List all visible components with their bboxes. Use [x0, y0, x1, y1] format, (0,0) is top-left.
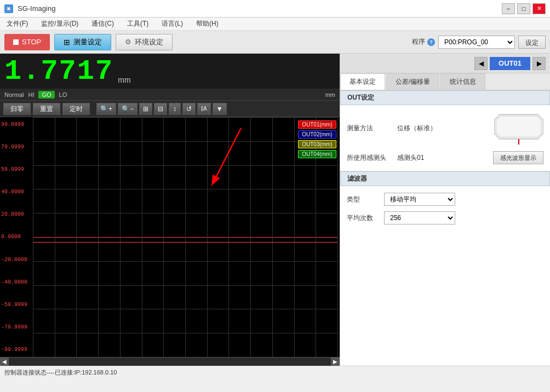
sensor-svg — [494, 112, 543, 145]
filter-type-label: 类型 — [347, 195, 380, 204]
filter-avg-label: 平均次数 — [347, 214, 380, 223]
gear-icon: ⚙ — [125, 38, 131, 46]
menu-lang[interactable]: 语言(L) — [159, 18, 185, 30]
tab-statistics[interactable]: 统计信息 — [440, 73, 485, 90]
v-grid-line — [120, 117, 121, 357]
hi-label: HI — [28, 91, 34, 98]
maximize-button[interactable]: □ — [517, 3, 530, 14]
program-select[interactable]: P00:PROG_00 — [438, 36, 515, 49]
menu-tools[interactable]: 工具(T) — [125, 18, 151, 30]
y-label-3: 59.9999 — [1, 166, 27, 172]
app-icon: ▣ — [4, 4, 13, 13]
stop-button[interactable]: STOP — [4, 34, 50, 50]
v-grid-line — [163, 117, 164, 357]
set-button[interactable]: 设定 — [518, 36, 546, 49]
right-panel: ◀ OUT01 ▶ 基本设定 公差/偏移量 统计信息 OUT设定 测量方法 位移… — [340, 54, 550, 366]
menu-monitor[interactable]: 监控/显示(D) — [39, 18, 81, 30]
menu-help[interactable]: 帮助(H) — [194, 18, 221, 30]
v-grid-line — [294, 117, 295, 357]
filter-avg-select[interactable]: 1 2 4 8 16 32 64 128 256 512 — [384, 211, 455, 224]
out-nav: ◀ OUT01 ▶ — [340, 54, 550, 73]
next-out-button[interactable]: ▶ — [532, 57, 546, 70]
value-display: 1.7717 mm — [0, 54, 340, 89]
status-text: 控制器连接状态----已连接:IP:192.168.0.10 — [4, 368, 117, 377]
tab-tolerance[interactable]: 公差/偏移量 — [386, 73, 439, 90]
env-settings-button[interactable]: ⚙ 环境设定 — [116, 34, 173, 50]
close-button[interactable]: ✕ — [532, 3, 546, 14]
program-area: 程序 ? P00:PROG_00 设定 — [412, 36, 546, 49]
v-grid-line — [250, 117, 251, 357]
y-label-4: 40.0000 — [1, 189, 27, 195]
out-label: OUT01 — [490, 57, 530, 70]
tab-basic-settings[interactable]: 基本设定 — [340, 73, 385, 90]
chart-legend: OUT01(mm) OUT02(mm) OUT03(mm) OUT04(mm) — [298, 120, 336, 158]
reset-zero-button[interactable]: 归零 — [3, 103, 31, 115]
legend-out01[interactable]: OUT01(mm) — [298, 120, 336, 129]
legend-out02[interactable]: OUT02(mm) — [298, 130, 336, 139]
v-grid-line — [76, 117, 77, 357]
v-grid-line — [98, 117, 99, 357]
go-badge: GO — [38, 91, 54, 99]
scroll-track[interactable] — [9, 358, 331, 366]
v-grid-line — [33, 117, 33, 357]
env-label: 环境设定 — [135, 37, 163, 47]
refresh-button[interactable]: ↺ — [182, 103, 196, 115]
scroll-left-button[interactable]: ◀ — [0, 358, 9, 366]
measure-settings-button[interactable]: ⊞ 测量设定 — [54, 34, 111, 50]
legend-out03[interactable]: OUT03(mm) — [298, 140, 336, 148]
measure-method-row: 测量方法 位移（标准） — [347, 112, 543, 145]
sensor-waveform-button[interactable]: 感光波形显示 — [493, 151, 543, 164]
measure-method-value: 位移（标准） — [397, 124, 437, 133]
menu-comm[interactable]: 通信(C) — [89, 18, 116, 30]
info-icon: ? — [427, 38, 435, 46]
filter-type-select[interactable]: 移动平均 低通 高通 无 — [384, 193, 455, 206]
scroll-right-button[interactable]: ▶ — [331, 358, 340, 366]
filter-section: 类型 移动平均 低通 高通 无 平均次数 1 2 — [340, 186, 550, 237]
y-label-7: -20.0000 — [1, 257, 27, 263]
chart-scrollbar: ◀ ▶ — [0, 357, 340, 366]
measurement-line — [33, 242, 337, 243]
legend-out04[interactable]: OUT04(mm) — [298, 150, 336, 158]
minimize-button[interactable]: − — [502, 3, 515, 14]
normal-label: Normal — [4, 91, 24, 98]
out-settings-header: OUT设定 — [340, 90, 550, 105]
measure-method-label: 测量方法 — [347, 124, 391, 133]
y-label-2: 79.9999 — [1, 144, 27, 150]
y-label-8: -40.0000 — [1, 279, 27, 285]
y-label-10: -79.9999 — [1, 324, 27, 330]
tabs: 基本设定 公差/偏移量 统计信息 — [340, 73, 550, 90]
zoom-out-button[interactable]: 🔍− — [118, 103, 138, 115]
y-label-11: -99.9999 — [1, 347, 27, 353]
y-label-5: 20.0000 — [1, 211, 27, 217]
more-button[interactable]: ▼ — [213, 103, 227, 115]
unit-label: mm — [118, 76, 130, 88]
program-label: 程序 ? — [412, 37, 435, 47]
cursor-button[interactable]: ⅠA — [197, 103, 211, 115]
zoom-reset-button[interactable]: ⊟ — [154, 103, 167, 115]
left-panel: 1.7717 mm Normal HI GO LO mm 归零 重置 定时 🔍+… — [0, 54, 340, 366]
reset-button[interactable]: 重置 — [33, 103, 60, 115]
v-grid-line — [207, 117, 208, 357]
filter-avg-row: 平均次数 1 2 4 8 16 32 64 128 256 512 — [347, 211, 543, 224]
y-label-6: 0.0000 — [1, 234, 27, 240]
v-grid-line — [55, 117, 55, 357]
v-grid-line — [142, 117, 142, 357]
v-grid-line — [337, 117, 338, 357]
scale-button[interactable]: ↕ — [169, 103, 181, 115]
prev-out-button[interactable]: ◀ — [474, 57, 488, 70]
statusbar: 控制器连接状态----已连接:IP:192.168.0.10 — [0, 366, 550, 379]
menu-file[interactable]: 文件(F) — [4, 18, 30, 30]
out-settings-grid: 测量方法 位移（标准） — [340, 105, 550, 171]
y-label-1: 99.9999 — [1, 122, 27, 128]
timer-button[interactable]: 定时 — [62, 103, 90, 115]
table-icon: ⊞ — [64, 38, 70, 47]
zoom-in-button[interactable]: 🔍+ — [96, 103, 116, 115]
stop-label: STOP — [22, 38, 41, 46]
zoom-fit-button[interactable]: ⊞ — [139, 103, 152, 115]
program-text: 程序 — [412, 37, 425, 47]
app-title: SG-Imaging — [18, 4, 55, 13]
y-axis-labels: 99.9999 79.9999 59.9999 40.0000 20.0000 … — [1, 119, 27, 355]
measure-label: 测量设定 — [73, 37, 102, 47]
menubar: 文件(F) 监控/显示(D) 通信(C) 工具(T) 语言(L) 帮助(H) — [0, 18, 550, 31]
chart-area: 99.9999 79.9999 59.9999 40.0000 20.0000 … — [0, 117, 340, 357]
